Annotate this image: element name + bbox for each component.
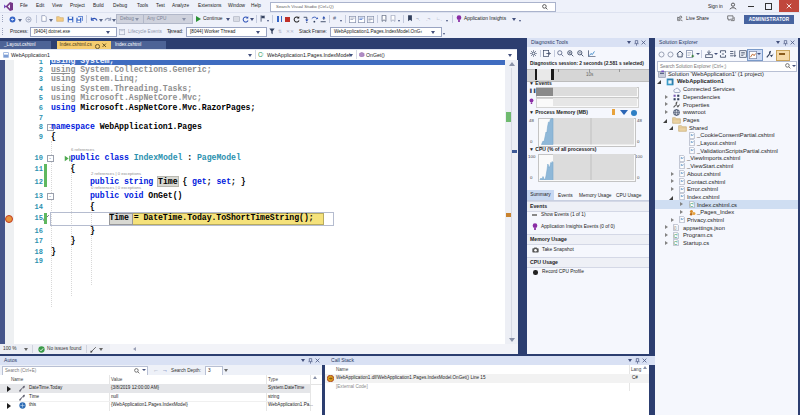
svg-text:#: #: [261, 52, 264, 57]
